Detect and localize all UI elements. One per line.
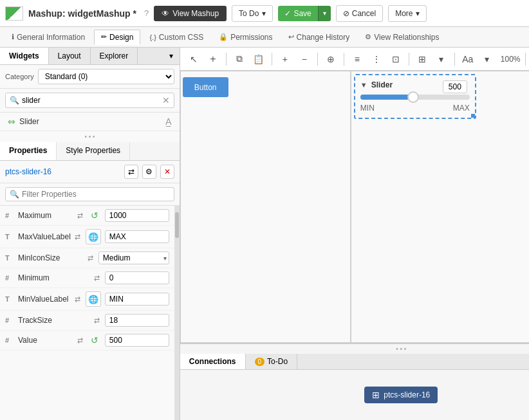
add-button-2[interactable]: +: [277, 51, 293, 68]
prop-row-maximum: # Maximum ⇄ ↺: [0, 206, 174, 226]
align-button[interactable]: ≡: [349, 51, 366, 68]
app-title: Mashup: widgetMashup *: [28, 8, 136, 19]
slider-track-wrap: MIN MAX: [360, 95, 470, 113]
search-clear-icon[interactable]: ✕: [162, 95, 170, 105]
tab-todo[interactable]: 0 To-Do: [246, 354, 298, 369]
tab-view-relationships[interactable]: ⚙ View Relationships: [358, 30, 445, 44]
scroll-indicator[interactable]: [174, 206, 180, 420]
resize-handle[interactable]: • • •: [0, 131, 180, 142]
copy-button[interactable]: ⧉: [231, 51, 248, 68]
more-button[interactable]: More ▾: [388, 5, 427, 22]
tab-general-info[interactable]: ℹ General Information: [5, 30, 91, 44]
input-maxvaluelabel[interactable]: [105, 230, 169, 243]
remove-button[interactable]: −: [296, 51, 313, 68]
slider-max-label: MAX: [453, 104, 470, 113]
type-icon-value: #: [5, 336, 14, 344]
filter-input[interactable]: [22, 190, 170, 199]
canvas-cell-1: [180, 71, 351, 343]
add-widget-button[interactable]: +: [205, 51, 221, 68]
grid-dropdown-button[interactable]: ▾: [433, 51, 450, 68]
node-icon: ⊞: [372, 390, 380, 400]
category-select[interactable]: Standard (0): [38, 69, 174, 84]
binding-icon-minimum: ⇄: [94, 274, 100, 282]
slider-node[interactable]: ⊞ ptcs-slider-16: [364, 387, 438, 403]
bottom-resize-handle[interactable]: • • •: [180, 344, 529, 354]
toolbar-separator-2: [272, 53, 272, 66]
node-label: ptcs-slider-16: [384, 390, 430, 399]
tab-explorer[interactable]: Explorer: [91, 48, 138, 64]
select-tool-button[interactable]: ↖: [185, 51, 202, 68]
save-button[interactable]: ✓ Save: [278, 6, 317, 21]
tab-properties[interactable]: Properties: [0, 142, 57, 160]
widget-tabs: Widgets Layout Explorer ▾: [0, 48, 180, 65]
refresh-btn-value[interactable]: ↺: [88, 334, 101, 347]
prop-row-minvaluelabel: T MinValueLabel ⇄ 🌐: [0, 288, 174, 311]
settings-button[interactable]: ⚙: [142, 165, 156, 179]
tab-permissions[interactable]: 🔒 Permissions: [212, 30, 279, 44]
save-dropdown-button[interactable]: ▾: [318, 6, 331, 21]
crosshair-button[interactable]: ⊕: [322, 51, 339, 68]
tab-connections[interactable]: Connections: [180, 354, 246, 369]
prop-row-minimum: # Minimum ⇄: [0, 268, 174, 288]
select-wrap-miniconsize: Small Medium Large ▾: [98, 251, 169, 264]
todo-button[interactable]: To Do ▾: [232, 5, 273, 22]
canvas-area: Button ▼ Slider 500 MIN MAX: [180, 71, 529, 420]
slider-resize-handle[interactable]: [471, 114, 475, 118]
input-value[interactable]: [105, 334, 169, 347]
share-button[interactable]: ⇄: [124, 165, 138, 179]
binding-icon-value: ⇄: [77, 336, 83, 345]
lock-icon: 🔒: [219, 33, 228, 41]
select-miniconsize[interactable]: Small Medium Large: [98, 251, 169, 264]
tab-custom-css[interactable]: {.} Custom CSS: [143, 30, 210, 44]
grid-button[interactable]: ⊞: [414, 51, 431, 68]
globe-btn-maxvaluelabel[interactable]: 🌐: [86, 229, 101, 244]
properties-list: # Maximum ⇄ ↺ T MaxValueLabel ⇄ 🌐: [0, 206, 174, 420]
tab-design[interactable]: ✏ Design: [94, 30, 140, 45]
distribute-button[interactable]: ⋮: [368, 51, 385, 68]
tab-layout[interactable]: Layout: [49, 48, 91, 64]
bottom-content: ⊞ ptcs-slider-16: [180, 370, 529, 420]
filter-search-icon: 🔍: [10, 190, 19, 199]
tab-change-history[interactable]: ↩ Change History: [282, 30, 357, 44]
button-widget[interactable]: Button: [183, 77, 228, 97]
paste-button[interactable]: 📋: [250, 51, 267, 68]
view-mashup-button[interactable]: 👁 View Mashup: [154, 6, 227, 21]
relationship-icon: ⚙: [365, 33, 371, 41]
todo-badge: 0: [255, 358, 265, 366]
filter-row: 🔍: [0, 183, 180, 206]
tab-widgets[interactable]: Widgets: [0, 48, 49, 64]
slider-widget[interactable]: ▼ Slider 500 MIN MAX: [354, 74, 476, 119]
app-icon: [5, 6, 23, 21]
toolbar-separator-4: [344, 53, 344, 66]
slider-collapse-icon[interactable]: ▼: [360, 81, 367, 89]
close-button[interactable]: ✕: [160, 165, 174, 179]
help-icon[interactable]: ?: [144, 8, 149, 18]
input-minimum[interactable]: [105, 271, 169, 284]
widget-tabs-arrow[interactable]: ▾: [163, 48, 180, 64]
slider-track[interactable]: [360, 95, 470, 100]
resize-button[interactable]: ⊡: [387, 51, 404, 68]
nav-tabs: ℹ General Information ✏ Design {.} Custo…: [0, 27, 529, 48]
left-panel: Widgets Layout Explorer ▾ Category Stand…: [0, 48, 180, 420]
type-icon-miniconsize: T: [5, 254, 14, 262]
transform-dropdown-button[interactable]: ▾: [479, 51, 496, 68]
input-maximum[interactable]: [105, 209, 169, 222]
prop-row-tracksize: # TrackSize ⇄: [0, 311, 174, 331]
binding-icon-maximum: ⇄: [77, 212, 83, 220]
type-icon-minvaluelabel: T: [5, 295, 14, 303]
widget-item-slider[interactable]: ⇔ Slider A̲: [0, 113, 180, 131]
input-minvaluelabel[interactable]: [105, 293, 169, 306]
slider-thumb[interactable]: [407, 91, 419, 103]
cancel-button[interactable]: ⊘ Cancel: [336, 5, 383, 22]
tab-style-properties[interactable]: Style Properties: [57, 142, 130, 160]
search-input[interactable]: [22, 96, 160, 105]
transform-button[interactable]: Aa: [459, 51, 476, 68]
slider-min-label: MIN: [360, 104, 375, 113]
globe-btn-minvaluelabel[interactable]: 🌐: [86, 291, 101, 307]
binding-icon-minvaluelabel: ⇄: [75, 295, 80, 304]
refresh-btn-maximum[interactable]: ↺: [88, 209, 101, 222]
input-tracksize[interactable]: [105, 314, 169, 327]
binding-icon-miniconsize: ⇄: [88, 254, 93, 262]
info-icon: ℹ: [12, 33, 14, 41]
prop-tabs: Properties Style Properties: [0, 142, 180, 161]
